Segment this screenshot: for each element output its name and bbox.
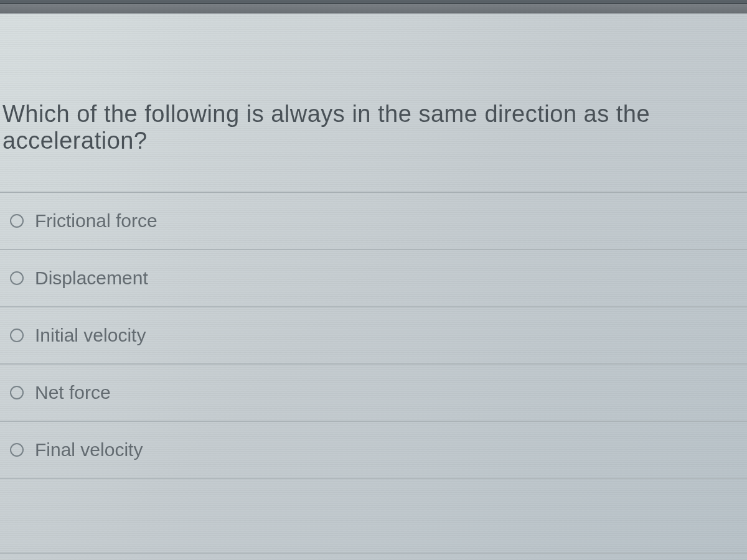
header-strip [0,4,747,14]
option-initial-velocity[interactable]: Initial velocity [0,307,747,365]
radio-icon [10,214,24,228]
bottom-space [0,479,747,554]
radio-icon [10,329,24,342]
option-frictional-force[interactable]: Frictional force [0,193,747,250]
question-text: Which of the following is always in the … [0,101,747,154]
option-label: Frictional force [35,210,157,231]
option-final-velocity[interactable]: Final velocity [0,422,747,479]
option-label: Final velocity [35,439,143,460]
options-container: Frictional force Displacement Initial ve… [0,193,747,479]
option-displacement[interactable]: Displacement [0,250,747,307]
radio-icon [10,386,24,399]
option-label: Net force [35,382,111,403]
question-area: Which of the following is always in the … [0,14,747,193]
option-label: Displacement [35,268,148,289]
radio-icon [10,271,24,285]
option-label: Initial velocity [35,325,146,346]
radio-icon [10,443,24,457]
option-net-force[interactable]: Net force [0,365,747,422]
